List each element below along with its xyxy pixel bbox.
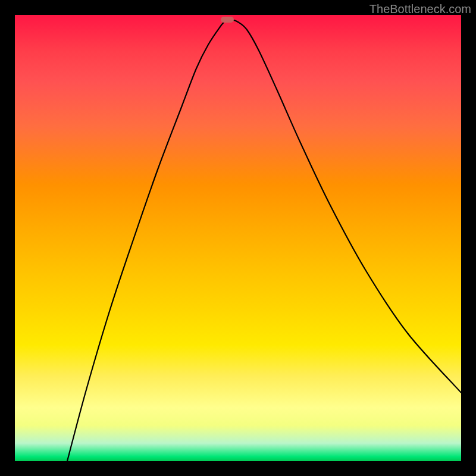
bottleneck-curve bbox=[67, 20, 461, 461]
optimum-marker bbox=[221, 17, 234, 23]
chart-frame: TheBottleneck.com bbox=[0, 0, 476, 476]
watermark-text: TheBottleneck.com bbox=[369, 2, 471, 16]
plot-area bbox=[15, 15, 461, 461]
curve-svg bbox=[15, 15, 461, 461]
